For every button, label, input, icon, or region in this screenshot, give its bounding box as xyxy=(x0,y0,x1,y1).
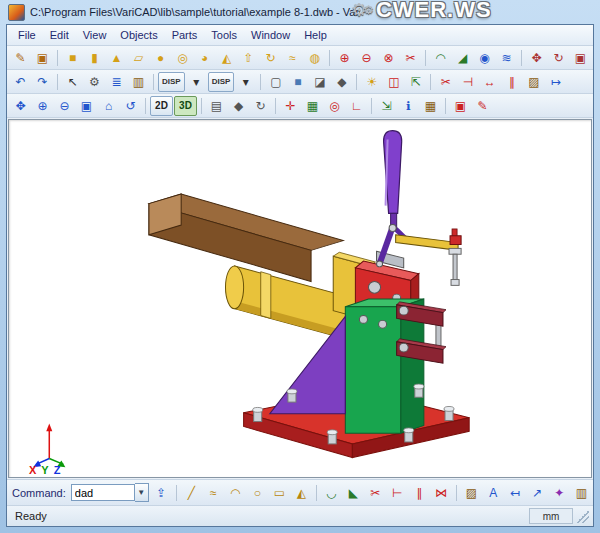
undo-icon[interactable]: ↶ xyxy=(10,72,31,92)
menu-edit[interactable]: Edit xyxy=(43,28,76,42)
attributes-icon[interactable]: ⚙ xyxy=(84,72,105,92)
truncated-cone-solid-icon[interactable]: ▱ xyxy=(128,48,149,68)
command-dropdown-arrow[interactable]: ▼ xyxy=(135,483,149,502)
view-2d-icon[interactable]: 2D xyxy=(150,96,173,116)
extrude-solid-icon[interactable]: ⇧ xyxy=(238,48,259,68)
boolean-intersect-icon[interactable]: ⊗ xyxy=(378,48,399,68)
fillet-edge-icon[interactable]: ◠ xyxy=(430,48,451,68)
hatch-2d-icon[interactable]: ▨ xyxy=(523,72,544,92)
resize-grip[interactable] xyxy=(577,509,589,523)
section-cut-icon[interactable]: ◫ xyxy=(383,72,404,92)
offset-tool-icon[interactable]: ∥ xyxy=(409,483,430,503)
zoom-all-icon[interactable]: ⌂ xyxy=(98,96,119,116)
shaded-view-icon[interactable]: ■ xyxy=(287,72,308,92)
iso-view-icon[interactable]: ◆ xyxy=(228,96,249,116)
snap-toggle-icon[interactable]: ◎ xyxy=(324,96,345,116)
ortho-toggle-icon[interactable]: ∟ xyxy=(346,96,367,116)
leader-tool-icon[interactable]: ↗ xyxy=(527,483,548,503)
extend-tool-icon[interactable]: ⊢ xyxy=(387,483,408,503)
mirror-solid-icon[interactable]: ⋈ xyxy=(592,48,593,68)
sphere-solid-icon[interactable]: ● xyxy=(150,48,171,68)
solid-library-icon[interactable]: ▣ xyxy=(32,48,53,68)
copy-solid-icon[interactable]: ▣ xyxy=(570,48,591,68)
redo-icon[interactable]: ↷ xyxy=(32,72,53,92)
measure-icon[interactable]: ⇲ xyxy=(376,96,397,116)
helix-solid-icon[interactable]: ≈ xyxy=(282,48,303,68)
pipe-solid-icon[interactable]: ◍ xyxy=(304,48,325,68)
boolean-union-icon[interactable]: ⊕ xyxy=(334,48,355,68)
text-tool-icon[interactable]: A xyxy=(483,483,504,503)
dimension-2d-icon[interactable]: ↦ xyxy=(545,72,566,92)
fillet-tool-icon[interactable]: ◡ xyxy=(321,483,342,503)
display-mode-arrow-icon[interactable]: ▾ xyxy=(186,72,207,92)
model-purple-handle[interactable] xyxy=(377,131,411,267)
hatch-tool-icon[interactable]: ▨ xyxy=(461,483,482,503)
measure-3d-icon[interactable]: ⇱ xyxy=(405,72,426,92)
arc-tool-icon[interactable]: ◠ xyxy=(225,483,246,503)
run-command-icon[interactable]: ⇪ xyxy=(151,483,172,503)
command-input[interactable] xyxy=(71,484,135,501)
calculator-icon[interactable]: ▦ xyxy=(420,96,441,116)
model-purple-gusset[interactable] xyxy=(270,316,346,413)
trim-2d-icon[interactable]: ⊣ xyxy=(457,72,478,92)
stretch-2d-icon[interactable]: ↔ xyxy=(479,72,500,92)
menu-help[interactable]: Help xyxy=(297,28,334,42)
display-options-icon[interactable]: DISP xyxy=(208,72,235,92)
display-mode-icon[interactable]: DISP xyxy=(158,72,185,92)
view-3d-icon[interactable]: 3D xyxy=(174,96,197,116)
offset-2d-icon[interactable]: ∥ xyxy=(501,72,522,92)
trim-tool-icon[interactable]: ✂ xyxy=(365,483,386,503)
menu-objects[interactable]: Objects xyxy=(113,28,164,42)
perspective-view-icon[interactable]: ◆ xyxy=(331,72,352,92)
thread-icon[interactable]: ≋ xyxy=(496,48,517,68)
cylinder-solid-icon[interactable]: ▮ xyxy=(84,48,105,68)
hole-icon[interactable]: ◉ xyxy=(474,48,495,68)
break-2d-icon[interactable]: ✂ xyxy=(435,72,456,92)
menu-file[interactable]: File xyxy=(11,28,43,42)
front-view-icon[interactable]: ▤ xyxy=(206,96,227,116)
select-icon[interactable]: ↖ xyxy=(62,72,83,92)
pan-view-icon[interactable]: ✥ xyxy=(10,96,31,116)
polygon-tool-icon[interactable]: ◭ xyxy=(291,483,312,503)
dimension-tool-icon[interactable]: ↤ xyxy=(505,483,526,503)
attribute-edit-icon[interactable]: ✎ xyxy=(472,96,493,116)
chamfer-tool-icon[interactable]: ◣ xyxy=(343,483,364,503)
mirror-tool-icon[interactable]: ⋈ xyxy=(431,483,452,503)
hidden-line-view-icon[interactable]: ◪ xyxy=(309,72,330,92)
menu-parts[interactable]: Parts xyxy=(165,28,205,42)
rotate-solid-icon[interactable]: ↻ xyxy=(548,48,569,68)
solid-cut-icon[interactable]: ✂ xyxy=(400,48,421,68)
polyline-tool-icon[interactable]: ≈ xyxy=(203,483,224,503)
menu-tools[interactable]: Tools xyxy=(204,28,244,42)
zoom-in-icon[interactable]: ⊕ xyxy=(32,96,53,116)
display-options-arrow-icon[interactable]: ▾ xyxy=(235,72,256,92)
sketch-2d-icon[interactable]: ✎ xyxy=(10,48,31,68)
titlebar[interactable]: C:\Program Files\VariCAD\lib\sample\tuto… xyxy=(6,0,594,24)
wireframe-view-icon[interactable]: ▢ xyxy=(265,72,286,92)
layers-icon[interactable]: ≣ xyxy=(106,72,127,92)
revolve-solid-icon[interactable]: ↻ xyxy=(260,48,281,68)
axes-toggle-icon[interactable]: ✛ xyxy=(280,96,301,116)
menu-view[interactable]: View xyxy=(76,28,114,42)
line-tool-icon[interactable]: ╱ xyxy=(181,483,202,503)
torus-solid-icon[interactable]: ◎ xyxy=(172,48,193,68)
rectangle-tool-icon[interactable]: ▭ xyxy=(269,483,290,503)
circle-tool-icon[interactable]: ○ xyxy=(247,483,268,503)
viewport-3d[interactable]: X Y Z xyxy=(8,119,592,478)
chamfer-edge-icon[interactable]: ◢ xyxy=(452,48,473,68)
box-solid-icon[interactable]: ■ xyxy=(62,48,83,68)
zoom-window-icon[interactable]: ▣ xyxy=(76,96,97,116)
insert-block-tool-icon[interactable]: ▥ xyxy=(571,483,592,503)
attribute-copy-icon[interactable]: ▣ xyxy=(450,96,471,116)
grid-toggle-icon[interactable]: ▦ xyxy=(302,96,323,116)
symbol-tool-icon[interactable]: ✦ xyxy=(549,483,570,503)
menu-window[interactable]: Window xyxy=(244,28,297,42)
blocks-icon[interactable]: ▥ xyxy=(128,72,149,92)
move-solid-icon[interactable]: ✥ xyxy=(526,48,547,68)
zoom-out-icon[interactable]: ⊖ xyxy=(54,96,75,116)
boolean-subtract-icon[interactable]: ⊖ xyxy=(356,48,377,68)
cone-solid-icon[interactable]: ▲ xyxy=(106,48,127,68)
prism-solid-icon[interactable]: ◭ xyxy=(216,48,237,68)
zoom-previous-icon[interactable]: ↺ xyxy=(120,96,141,116)
elbow-solid-icon[interactable]: ◕ xyxy=(194,48,215,68)
